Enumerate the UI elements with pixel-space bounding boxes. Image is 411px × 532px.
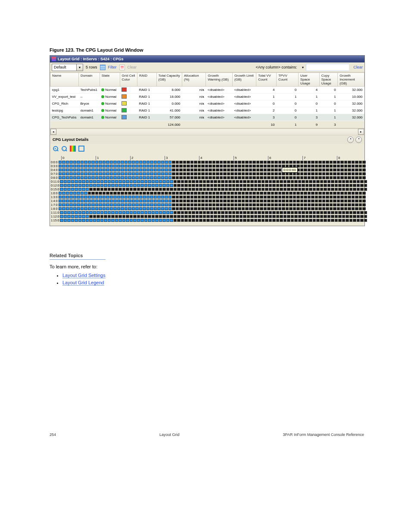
grid-cell[interactable] (254, 180, 258, 184)
grid-cell[interactable] (117, 176, 121, 180)
grid-cell[interactable] (296, 199, 300, 203)
grid-cell[interactable] (308, 168, 311, 172)
grid-cell[interactable] (346, 184, 349, 187)
grid-cell[interactable] (146, 165, 150, 168)
grid-cell[interactable] (133, 188, 137, 191)
column-header[interactable]: Name (50, 73, 79, 87)
grid-cell[interactable] (349, 184, 353, 187)
grid-cell[interactable] (247, 219, 250, 222)
horizontal-scrollbar[interactable]: ◂ ▸ (50, 128, 364, 135)
grid-cell[interactable] (318, 176, 322, 180)
grid-cell[interactable] (236, 215, 239, 218)
grid-cell[interactable] (209, 172, 212, 176)
grid-cell[interactable] (212, 199, 216, 203)
grid-cell[interactable] (258, 215, 261, 218)
grid-cell[interactable] (216, 176, 219, 180)
grid-cell[interactable] (322, 196, 326, 199)
grid-cell[interactable] (104, 188, 107, 191)
grid-cell[interactable] (139, 203, 143, 207)
grid-cell[interactable] (113, 165, 117, 168)
grid-cell[interactable] (117, 192, 121, 195)
grid-cell[interactable] (117, 207, 121, 211)
grid-cell[interactable] (135, 196, 139, 199)
grid-cell[interactable] (69, 165, 73, 168)
grid-cell[interactable] (300, 165, 304, 168)
grid-cell[interactable] (327, 188, 331, 191)
grid-cell[interactable] (344, 199, 348, 203)
grid-cell[interactable] (348, 176, 351, 180)
grid-cell[interactable] (95, 196, 99, 199)
grid-cell[interactable] (300, 199, 304, 203)
grid-cell[interactable] (267, 199, 271, 203)
grid-cell[interactable] (130, 219, 133, 222)
grid-cell[interactable] (106, 165, 109, 168)
grid-cell[interactable] (66, 165, 69, 168)
grid-cell[interactable] (71, 219, 75, 222)
grid-cell[interactable] (227, 161, 230, 164)
grid-cell[interactable] (242, 199, 245, 203)
grid-cell[interactable] (218, 219, 221, 222)
grid-cell[interactable] (309, 215, 312, 218)
grid-cell[interactable] (342, 219, 346, 222)
grid-cell[interactable] (154, 168, 157, 172)
grid-cell[interactable] (265, 188, 268, 191)
grid-cell[interactable] (91, 161, 95, 164)
grid-cell[interactable] (280, 184, 283, 187)
grid-cell[interactable] (267, 176, 271, 180)
grid-cell[interactable] (166, 219, 170, 222)
grid-cell[interactable] (300, 161, 304, 164)
grid-cell[interactable] (144, 219, 148, 222)
grid-cell[interactable] (230, 168, 234, 172)
grid-cell[interactable] (82, 184, 85, 187)
grid-cell[interactable] (199, 184, 202, 187)
grid-cell[interactable] (212, 207, 216, 211)
grid-cell[interactable] (218, 211, 221, 215)
grid-cell[interactable] (280, 219, 283, 222)
grid-cell[interactable] (192, 219, 195, 222)
grid-cell[interactable] (340, 165, 344, 168)
grid-cell[interactable] (308, 203, 311, 207)
grid-cell[interactable] (352, 168, 355, 172)
grid-cell[interactable] (97, 184, 100, 187)
grid-cell[interactable] (340, 203, 344, 207)
grid-cell[interactable] (144, 188, 148, 191)
grid-cell[interactable] (117, 203, 121, 207)
grid-cell[interactable] (99, 165, 102, 168)
grid-cell[interactable] (278, 161, 282, 164)
table-row[interactable]: CPG_TechPubsdomain1NormalRAID 157.000n/a… (50, 114, 364, 121)
grid-cell[interactable] (146, 203, 150, 207)
grid-cell[interactable] (344, 161, 348, 164)
grid-cell[interactable] (190, 196, 194, 199)
grid-cell[interactable] (342, 215, 346, 218)
grid-cell[interactable] (168, 207, 172, 211)
grid-cell[interactable] (216, 161, 219, 164)
grid-cell[interactable] (311, 196, 314, 199)
grid-cell[interactable] (240, 188, 243, 191)
grid-cell[interactable] (264, 196, 267, 199)
grid-cell[interactable] (304, 196, 307, 199)
grid-cell[interactable] (106, 192, 109, 195)
grid-cell[interactable] (108, 188, 111, 191)
grid-cell[interactable] (209, 168, 212, 172)
grid-cell[interactable] (269, 211, 272, 215)
grid-cell[interactable] (223, 172, 227, 176)
grid-cell[interactable] (256, 168, 260, 172)
grid-cell[interactable] (172, 161, 175, 164)
grid-cell[interactable] (223, 165, 227, 168)
grid-cell[interactable] (289, 199, 293, 203)
grid-cell[interactable] (106, 199, 109, 203)
grid-cell[interactable] (165, 192, 168, 195)
grid-cell[interactable] (216, 192, 219, 195)
grid-cell[interactable] (132, 192, 135, 195)
grid-cell[interactable] (298, 215, 302, 218)
grid-cell[interactable] (348, 203, 351, 207)
grid-cell[interactable] (139, 199, 143, 203)
grid-cell[interactable] (298, 180, 302, 184)
grid-cell[interactable] (176, 172, 179, 176)
grid-cell[interactable] (168, 199, 172, 203)
grid-cell[interactable] (308, 199, 311, 203)
grid-cell[interactable] (304, 207, 307, 211)
grid-cell[interactable] (274, 172, 278, 176)
grid-cell[interactable] (252, 199, 256, 203)
grid-cell[interactable] (291, 184, 294, 187)
